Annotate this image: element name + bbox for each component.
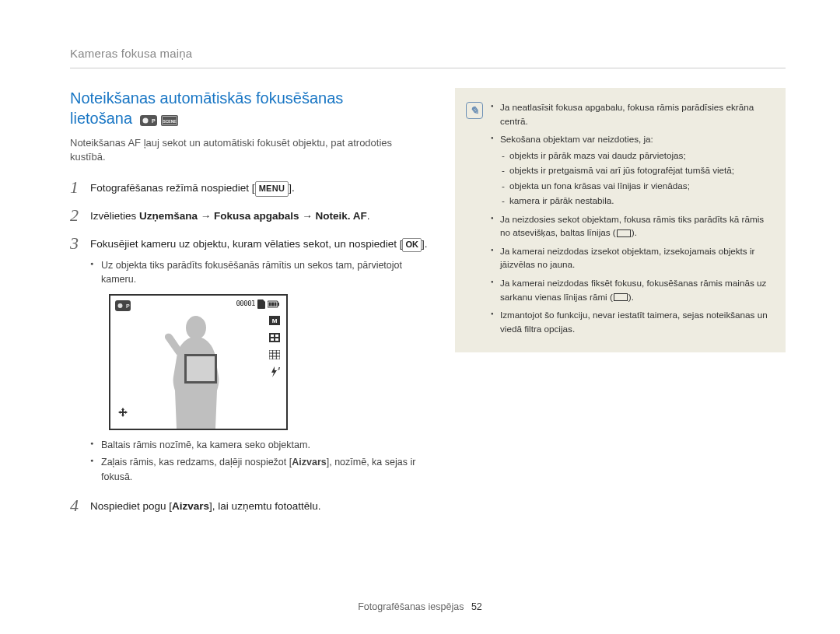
step2-text-pre: Izvēlieties	[90, 210, 139, 222]
camera-side-icons: M A	[269, 316, 280, 377]
footer-label: Fotografēšanas iespējas	[358, 601, 464, 612]
camera-mode-icon: P	[140, 115, 157, 126]
camera-top-right: 00001	[236, 299, 280, 309]
note-b3-post: ).	[632, 227, 637, 237]
two-column-layout: Noteikšanas automātiskās fokusēšanas lie…	[70, 88, 786, 524]
step4-bold: Aizvars	[172, 500, 209, 512]
note-b6: Izmantojot šo funkciju, nevar iestatīt t…	[491, 308, 773, 335]
step3-sub3-pre: Zaļais rāmis, kas redzams, daļēji nospie…	[101, 457, 292, 468]
note-b4: Ja kamerai neizdodas izsekot objektam, i…	[491, 244, 773, 271]
svg-text:P: P	[126, 303, 130, 309]
note-b2-sub: objekts ir pārāk mazs vai daudz pārvieto…	[500, 149, 773, 208]
step-1: 1 Fotografēšanas režīmā nospiediet [MENU…	[70, 178, 428, 197]
note-list: Ja neatlasīsit fokusa apgabalu, fokusa r…	[491, 100, 773, 340]
page-header: Kameras fokusa maiņa	[70, 47, 786, 68]
step-body: Izvēlieties Uzņemšana → Fokusa apgabals …	[90, 206, 370, 224]
step3-sub3-bold: Aizvars	[292, 457, 326, 468]
step-number: 3	[70, 234, 90, 253]
svg-text:M: M	[272, 317, 278, 324]
svg-rect-21	[269, 350, 280, 359]
note-b2-text: Sekošana objektam var neizdoties, ja:	[500, 134, 653, 144]
svg-rect-12	[271, 302, 274, 306]
step-3: 3 Fokusējiet kameru uz objektu, kuram vē…	[70, 234, 428, 486]
menu-button-label: MENU	[255, 181, 289, 197]
right-column: ✎ Ja neatlasīsit fokusa apgabalu, fokusa…	[455, 88, 786, 524]
step-body: Fokusējiet kameru uz objektu, kuram vēla…	[90, 234, 428, 486]
page-number: 52	[471, 601, 482, 612]
resolution-icon: M	[269, 316, 280, 325]
left-column: Noteikšanas automātiskās fokusēšanas lie…	[70, 88, 428, 524]
section-title: Noteikšanas automātiskās fokusēšanas lie…	[70, 88, 428, 130]
step3-text-post: ].	[422, 238, 428, 250]
camera-preview-illustration: P 00001 M	[109, 294, 288, 430]
step4-post: ], lai uzņemtu fotoattēlu.	[209, 500, 320, 512]
stabilization-icon	[117, 406, 129, 423]
flash-icon: A	[269, 367, 280, 377]
note-b2s2: objekts ir pretgaismā vai arī jūs fotogr…	[500, 163, 773, 177]
svg-point-7	[118, 303, 123, 308]
battery-icon	[268, 300, 280, 308]
svg-text:P: P	[152, 118, 156, 124]
svg-rect-10	[278, 303, 279, 306]
note-box: ✎ Ja neatlasīsit fokusa apgabalu, fokusa…	[455, 88, 786, 352]
page-footer: Fotografēšanas iespējas 52	[0, 601, 840, 612]
document-page: Kameras fokusa maiņa Noteikšanas automāt…	[0, 0, 840, 634]
step3-sub1: Uz objekta tiks parādīts fokusēšanās rām…	[90, 258, 428, 286]
svg-rect-16	[269, 333, 280, 342]
note-b2s3: objekta un fona krāsas vai līnijas ir vi…	[500, 179, 773, 193]
svg-text:SCENE: SCENE	[163, 119, 177, 124]
grid-icon	[269, 350, 280, 359]
note-b2s1: objekts ir pārāk mazs vai daudz pārvieto…	[500, 149, 773, 163]
note-b5-post: ).	[628, 292, 634, 302]
title-line-2: lietošana	[70, 110, 132, 127]
shot-counter: 00001	[236, 299, 255, 309]
svg-rect-11	[269, 302, 271, 306]
sd-card-icon	[257, 299, 265, 309]
step-number: 2	[70, 206, 90, 225]
step-number: 4	[70, 496, 90, 515]
step-4: 4 Nospiediet pogu [Aizvars], lai uzņemtu…	[70, 496, 428, 515]
step-body: Nospiediet pogu [Aizvars], lai uzņemtu f…	[90, 496, 320, 514]
step3-sublist-top: Uz objekta tiks parādīts fokusēšanās rām…	[90, 258, 428, 286]
step4-pre: Nospiediet pogu [	[90, 500, 172, 512]
svg-rect-18	[275, 335, 278, 337]
note-b5: Ja kamerai neizdodas fiksēt fokusu, foku…	[491, 276, 773, 303]
svg-rect-13	[275, 302, 277, 306]
scene-mode-icon: SCENE	[161, 115, 178, 126]
red-frame-icon	[614, 293, 628, 301]
note-b2: Sekošana objektam var neizdoties, ja: ob…	[491, 132, 773, 208]
step2-bold: Uzņemšana → Fokusa apgabals → Noteik. AF	[139, 210, 367, 222]
white-frame-icon	[617, 229, 631, 237]
note-b2s4: kamera ir pārāk nestabila.	[500, 194, 773, 208]
step-2: 2 Izvēlieties Uzņemšana → Fokusa apgabal…	[70, 206, 428, 225]
step1-text-post: ].	[289, 182, 295, 194]
ok-button-label: OK	[402, 238, 422, 252]
note-icon: ✎	[466, 102, 483, 119]
svg-rect-20	[275, 338, 278, 341]
note-b1: Ja neatlasīsit fokusa apgabalu, fokusa r…	[491, 100, 773, 128]
step3-text-pre: Fokusējiet kameru uz objektu, kuram vēla…	[90, 238, 402, 250]
step3-sub3: Zaļais rāmis, kas redzams, daļēji nospie…	[90, 455, 428, 483]
note-b3: Ja neizdosies sekot objektam, fokusa rām…	[491, 212, 773, 240]
svg-rect-19	[271, 338, 274, 341]
focus-frame	[184, 354, 217, 384]
camera-top-left-icon: P	[115, 300, 131, 316]
step-number: 1	[70, 178, 90, 197]
step2-text-post: .	[367, 210, 370, 222]
svg-text:A: A	[278, 366, 280, 371]
quality-icon	[269, 333, 280, 342]
svg-rect-17	[271, 335, 274, 337]
title-mode-icons: P SCENE	[140, 110, 179, 130]
svg-point-1	[142, 118, 148, 124]
step-body: Fotografēšanas režīmā nospiediet [MENU].	[90, 178, 295, 196]
step3-sub2: Baltais rāmis nozīmē, ka kamera seko obj…	[90, 438, 428, 452]
title-line-1: Noteikšanas automātiskās fokusēšanas	[70, 89, 343, 107]
intro-paragraph: Noteikšanas AF ļauj sekot un automātiski…	[70, 136, 428, 164]
step1-text-pre: Fotografēšanas režīmā nospiediet [	[90, 182, 255, 194]
step3-sublist-bottom: Baltais rāmis nozīmē, ka kamera seko obj…	[90, 438, 428, 483]
